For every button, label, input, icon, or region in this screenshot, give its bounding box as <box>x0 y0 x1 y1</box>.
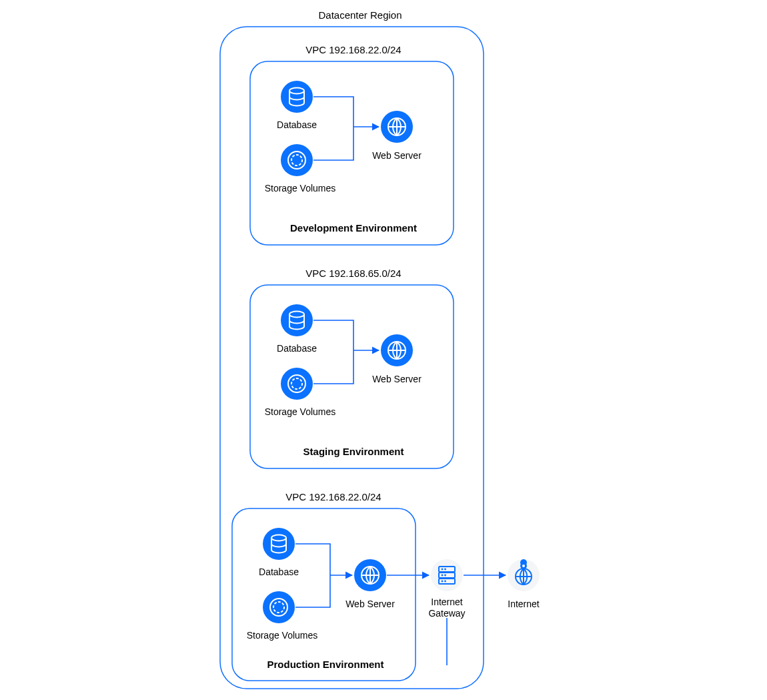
vpc-cidr-label: VPC 192.168.65.0/24 <box>305 268 401 279</box>
database-label: Database <box>259 567 299 577</box>
database-label: Database <box>277 119 317 130</box>
internet-icon <box>508 559 540 591</box>
connector <box>313 97 353 160</box>
server-stack-icon <box>431 559 463 591</box>
storage-label: Storage Volumes <box>265 183 336 194</box>
internet-label: Internet <box>508 599 540 609</box>
environment-label: Development Environment <box>290 222 417 234</box>
environment-label: Production Environment <box>267 659 384 670</box>
storage-icon <box>263 591 295 623</box>
region-title: Datacenter Region <box>318 9 402 21</box>
gateway-label-line2: Gateway <box>428 608 465 619</box>
storage-label: Storage Volumes <box>247 630 318 641</box>
globe-icon <box>381 334 413 366</box>
connector <box>295 544 330 607</box>
web-server-label: Web Server <box>345 599 395 609</box>
vpc-cidr-label: VPC 192.168.22.0/24 <box>305 44 401 55</box>
globe-icon <box>354 559 386 591</box>
globe-icon <box>381 111 413 143</box>
web-server-label: Web Server <box>372 374 422 384</box>
storage-label: Storage Volumes <box>265 406 336 417</box>
vpc-boundary-staging <box>250 285 454 468</box>
environment-label: Staging Environment <box>303 446 404 457</box>
database-icon <box>263 528 295 560</box>
database-icon <box>281 81 313 113</box>
web-server-label: Web Server <box>372 150 422 161</box>
vpc-boundary-prod <box>232 508 416 681</box>
gateway-label-line1: Internet <box>431 597 463 607</box>
connector <box>313 320 353 384</box>
storage-icon <box>281 144 313 176</box>
vpc-cidr-label: VPC 192.168.22.0/24 <box>285 491 381 502</box>
database-label: Database <box>277 343 317 354</box>
database-icon <box>281 304 313 336</box>
storage-icon <box>281 368 313 400</box>
vpc-boundary-dev <box>250 61 454 245</box>
